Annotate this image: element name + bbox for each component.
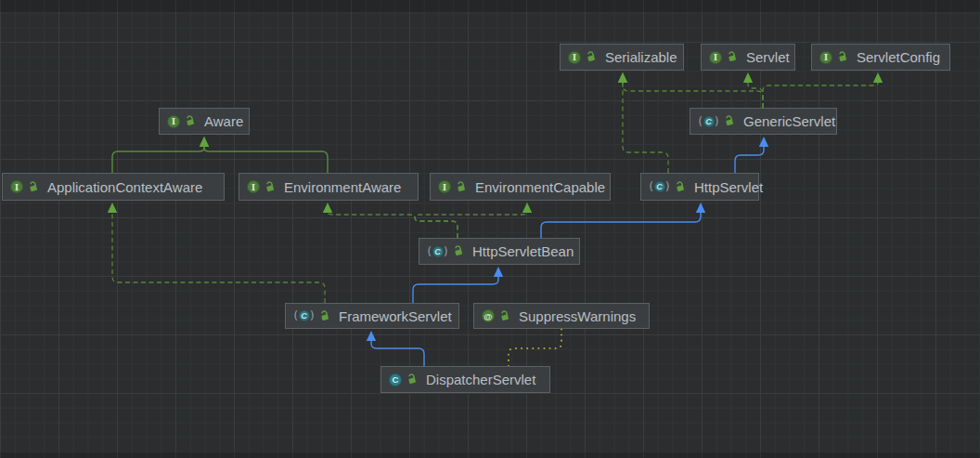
nodes-layer: ISerializableIServletIServletConfigIAwar… — [0, 0, 980, 458]
public-lock-icon — [180, 113, 196, 129]
abstract-paren: ) — [665, 181, 670, 192]
class-node-servlet[interactable]: IServlet — [701, 44, 795, 71]
public-lock-icon — [23, 179, 39, 195]
abstract-class-icon: (C) — [293, 310, 315, 321]
icon-glyph: C — [389, 373, 402, 386]
icon-glyph: I — [819, 51, 832, 64]
public-lock-icon — [670, 179, 686, 195]
diagram-canvas[interactable]: ISerializableIServletIServletConfigIAwar… — [0, 0, 980, 458]
class-node-environment-aware[interactable]: IEnvironmentAware — [239, 173, 419, 201]
public-lock-icon — [451, 179, 467, 195]
icon-glyph: I — [10, 180, 23, 193]
class-node-suppress-warnings[interactable]: @SuppressWarnings — [473, 303, 650, 329]
class-name-label: GenericServlet — [743, 113, 835, 129]
class-name-label: DispatcherServlet — [426, 372, 535, 387]
class-node-application-context-aware[interactable]: IApplicationContextAware — [2, 173, 225, 201]
icon-glyph: @ — [482, 309, 495, 322]
interface-icon: I — [167, 115, 180, 128]
class-node-dispatcher-servlet[interactable]: CDispatcherServlet — [380, 366, 550, 393]
public-lock-icon — [315, 308, 330, 324]
interface-icon: I — [438, 180, 451, 193]
public-lock-icon — [719, 113, 735, 129]
class-node-generic-servlet[interactable]: (C)GenericServlet — [690, 108, 837, 135]
class-name-label: Serializable — [605, 49, 677, 65]
interface-icon: I — [10, 180, 23, 193]
icon-glyph: C — [299, 310, 310, 321]
public-lock-icon — [495, 308, 510, 324]
public-lock-icon — [260, 179, 276, 195]
class-node-framework-servlet[interactable]: (C)FrameworkServlet — [285, 303, 459, 329]
icon-glyph: I — [438, 180, 451, 193]
public-lock-icon — [448, 243, 464, 259]
icon-glyph: I — [247, 180, 260, 193]
class-name-label: SuppressWarnings — [519, 308, 636, 324]
class-node-aware[interactable]: IAware — [159, 108, 250, 135]
class-name-label: FrameworkServlet — [339, 308, 452, 324]
class-node-http-servlet[interactable]: (C)HttpServlet — [640, 173, 759, 201]
icon-glyph: C — [703, 116, 715, 127]
icon-glyph: I — [568, 51, 581, 64]
class-node-environment-capable[interactable]: IEnvironmentCapable — [430, 173, 611, 201]
interface-icon: I — [568, 51, 581, 64]
icon-glyph: C — [654, 181, 665, 192]
abstract-paren: ( — [699, 116, 703, 127]
icon-glyph: I — [709, 51, 722, 64]
interface-icon: I — [709, 51, 722, 64]
abstract-paren: ( — [428, 246, 432, 257]
icon-glyph: I — [167, 115, 180, 128]
interface-icon: I — [819, 51, 832, 64]
class-name-label: EnvironmentCapable — [475, 179, 605, 195]
class-node-serializable[interactable]: ISerializable — [560, 44, 684, 71]
interface-icon: I — [247, 180, 260, 193]
class-name-label: ApplicationContextAware — [47, 179, 202, 195]
class-node-http-servlet-bean[interactable]: (C)HttpServletBean — [419, 238, 580, 265]
class-icon: C — [389, 373, 402, 386]
class-name-label: Aware — [204, 113, 243, 129]
class-name-label: HttpServletBean — [472, 243, 574, 259]
public-lock-icon — [581, 49, 597, 65]
class-name-label: Servlet — [746, 49, 790, 65]
abstract-paren: ( — [650, 181, 654, 192]
class-name-label: HttpServlet — [694, 179, 763, 195]
class-name-label: ServletConfig — [857, 49, 940, 65]
abstract-paren: ) — [715, 116, 719, 127]
annotation-icon: @ — [482, 309, 495, 322]
public-lock-icon — [832, 49, 848, 65]
class-node-servlet-config[interactable]: IServletConfig — [811, 44, 950, 71]
abstract-class-icon: (C) — [649, 181, 670, 192]
public-lock-icon — [402, 372, 418, 387]
abstract-paren: ) — [444, 246, 448, 257]
abstract-class-icon: (C) — [698, 116, 719, 127]
abstract-paren: ) — [310, 310, 315, 321]
icon-glyph: C — [432, 246, 444, 257]
abstract-paren: ( — [294, 310, 299, 321]
class-name-label: EnvironmentAware — [284, 179, 401, 195]
abstract-class-icon: (C) — [427, 246, 448, 257]
public-lock-icon — [722, 49, 738, 65]
